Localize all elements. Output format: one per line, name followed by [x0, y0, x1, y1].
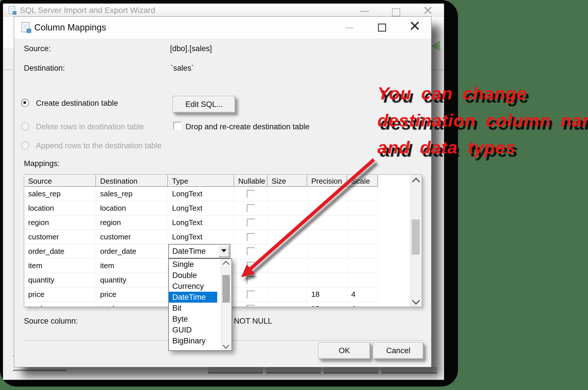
cell-scale[interactable] [347, 244, 378, 259]
combobox-dropdown-button[interactable] [218, 245, 229, 257]
column-header-precision[interactable]: Precision [307, 175, 347, 187]
type-combobox[interactable]: DateTime [168, 244, 230, 258]
cell-precision[interactable] [307, 201, 347, 216]
cell-scale[interactable] [347, 273, 378, 287]
cancel-button[interactable]: Cancel [373, 342, 424, 359]
cell-source[interactable]: location [24, 201, 96, 216]
column-header-scale[interactable]: Scale [347, 175, 378, 187]
wizard-close-button[interactable]: ✕ [423, 3, 433, 18]
edit-sql-button[interactable]: Edit SQL... [173, 96, 236, 113]
cell-source[interactable]: order_date [24, 244, 96, 259]
cell-type[interactable]: LongText [168, 201, 234, 216]
cell-scale[interactable] [347, 187, 378, 201]
cell-scale[interactable] [347, 201, 378, 216]
cell-destination[interactable]: order_date [96, 244, 168, 259]
wizard-minimize-button[interactable] [360, 11, 369, 12]
cell-source[interactable]: item [24, 259, 96, 273]
type-option-bigbinary[interactable]: BigBinary [169, 335, 217, 346]
nullable-checkbox[interactable] [247, 247, 255, 255]
cell-precision[interactable] [307, 187, 347, 201]
cell-source[interactable]: total_amount [24, 302, 96, 307]
type-option-bit[interactable]: Bit [169, 303, 217, 314]
dialog-minimize-button[interactable] [345, 27, 354, 28]
wizard-hidden-button[interactable] [381, 367, 437, 374]
cell-destination[interactable]: item [96, 259, 168, 273]
cell-size[interactable] [268, 187, 307, 201]
cell-size[interactable] [268, 216, 307, 230]
delete-rows-radio [21, 122, 29, 130]
cell-source[interactable]: quantity [24, 273, 96, 287]
column-header-type[interactable]: Type [168, 175, 234, 187]
type-option-double[interactable]: Double [169, 270, 217, 281]
cell-size[interactable] [268, 287, 307, 302]
grid-scrollbar-thumb[interactable] [412, 220, 420, 255]
cell-scale[interactable]: 4 [347, 302, 378, 307]
nullable-checkbox[interactable] [247, 219, 255, 227]
cell-destination[interactable]: price [96, 287, 168, 302]
dropdown-scrollbar-thumb[interactable] [222, 275, 230, 303]
nullable-checkbox[interactable] [247, 291, 255, 299]
dropdown-scroll-up-icon[interactable] [222, 261, 229, 268]
column-header-destination[interactable]: Destination [96, 175, 168, 187]
wizard-hidden-button[interactable] [208, 367, 262, 374]
cell-source[interactable]: customer [24, 230, 96, 244]
cell-destination[interactable]: location [96, 201, 168, 216]
dialog-maximize-button[interactable] [378, 24, 386, 32]
type-option-currency[interactable]: Currency [169, 281, 217, 292]
cell-precision[interactable] [307, 230, 347, 244]
column-header-source[interactable]: Source [24, 175, 96, 187]
type-option-datetime[interactable]: DateTime [169, 292, 217, 303]
cell-size[interactable] [268, 230, 307, 244]
cell-scale[interactable] [347, 259, 378, 273]
scroll-up-icon[interactable] [412, 178, 420, 186]
cell-destination[interactable]: quantity [96, 273, 168, 287]
cell-type[interactable]: LongText [168, 187, 234, 201]
type-option-byte[interactable]: Byte [169, 314, 217, 324]
dropdown-scrollbar[interactable] [221, 259, 232, 350]
dialog-close-button[interactable]: ✕ [409, 18, 421, 34]
scroll-down-icon[interactable] [412, 297, 420, 305]
drop-recreate-checkbox[interactable] [173, 122, 182, 130]
cell-precision[interactable] [307, 244, 347, 259]
nullable-checkbox[interactable] [247, 262, 255, 270]
cell-precision[interactable]: 18 [307, 302, 347, 307]
dropdown-scroll-down-icon[interactable] [222, 342, 229, 349]
cell-type[interactable]: LongText [168, 216, 234, 230]
wizard-maximize-button[interactable] [392, 8, 400, 16]
nullable-checkbox[interactable] [247, 305, 255, 307]
cell-size[interactable] [268, 201, 307, 216]
nullable-checkbox[interactable] [247, 190, 255, 198]
cell-type[interactable]: LongText [168, 230, 234, 244]
cell-source[interactable]: region [24, 216, 96, 230]
cell-precision[interactable] [307, 216, 347, 230]
nullable-checkbox[interactable] [247, 276, 255, 284]
create-table-radio[interactable] [21, 99, 29, 107]
cell-size[interactable] [268, 302, 307, 307]
cell-scale[interactable]: 4 [347, 287, 378, 302]
cell-precision[interactable] [307, 273, 347, 287]
cell-scale[interactable] [347, 230, 378, 244]
nullable-checkbox[interactable] [247, 233, 255, 241]
wizard-hidden-button[interactable] [324, 367, 378, 374]
cell-scale[interactable] [347, 216, 378, 230]
ok-button[interactable]: OK [318, 342, 371, 359]
column-header-nullable[interactable]: Nullable [234, 175, 268, 187]
cell-source[interactable]: price [24, 287, 96, 302]
cell-destination[interactable]: region [96, 216, 168, 230]
type-option-single[interactable]: Single [169, 259, 217, 270]
cell-size[interactable] [268, 273, 307, 287]
cell-source[interactable]: sales_rep [24, 187, 96, 201]
source-value: [dbo].[sales] [170, 44, 212, 53]
cell-destination[interactable]: customer [96, 230, 168, 244]
cell-size[interactable] [268, 244, 307, 259]
cell-destination[interactable]: sales_rep [96, 187, 168, 201]
cell-precision[interactable] [307, 259, 347, 273]
cell-size[interactable] [268, 259, 307, 273]
cell-precision[interactable]: 18 [307, 287, 347, 302]
wizard-hidden-button[interactable] [266, 367, 321, 374]
nullable-checkbox[interactable] [247, 204, 255, 212]
grid-vertical-scrollbar[interactable] [410, 175, 422, 307]
column-header-size[interactable]: Size [268, 175, 307, 187]
type-option-guid[interactable]: GUID [169, 324, 217, 335]
cell-destination[interactable]: total_amount [96, 302, 168, 307]
